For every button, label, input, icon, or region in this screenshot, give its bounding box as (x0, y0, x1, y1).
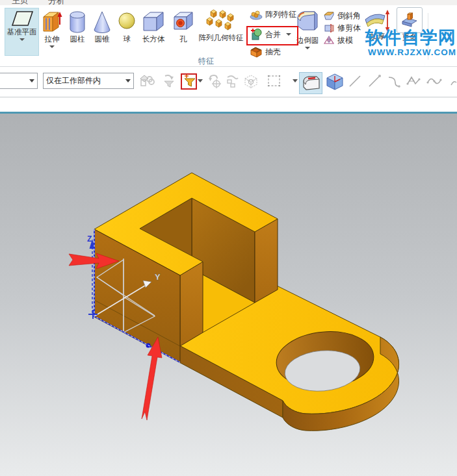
pattern-geometry-button[interactable]: 阵列几何特征 (195, 9, 247, 42)
csys-cube-icon[interactable] (243, 73, 259, 89)
selection-scope-dropdown[interactable]: 仅在工作部件内 (43, 73, 134, 89)
viewport-top-border (0, 112, 457, 114)
annotation-arrow-bottom-icon (142, 337, 162, 420)
ribbon-group-label: 特征 (177, 56, 235, 67)
snap-arc-icon[interactable] (386, 73, 402, 89)
more-button[interactable]: 更多 (395, 7, 424, 42)
solid-body-icon (300, 73, 322, 94)
pattern-geometry-icon (205, 9, 237, 34)
shell-button[interactable]: 抽壳 (250, 45, 281, 59)
z-axis-label: Z (87, 234, 92, 244)
pattern-geometry-label: 阵列几何特征 (199, 34, 244, 42)
type-filter-caret-icon (29, 79, 34, 82)
sphere-button[interactable]: 球 (116, 9, 137, 44)
open-box-icon[interactable] (325, 73, 345, 91)
block-button[interactable]: 长方体 (138, 9, 168, 44)
ribbon-bottom-border (0, 66, 457, 67)
y-axis-label: Y (155, 272, 161, 282)
selection-filter-caret-icon[interactable] (198, 79, 203, 82)
unite-highlight-box (246, 26, 298, 45)
selection-bar-border (0, 97, 457, 97)
ribbon-tab-strip: 主页 分析 (0, 0, 457, 5)
snap-spline-icon[interactable] (426, 73, 442, 89)
extrude-button[interactable]: 拉伸 (40, 9, 64, 48)
hole-button[interactable]: 孔 (170, 9, 196, 44)
left-wall-end-face[interactable] (180, 262, 203, 346)
thicken-button[interactable]: 加厚 (361, 9, 394, 41)
type-filter-dropdown[interactable] (0, 73, 38, 89)
selection-scope-value: 仅在工作部件内 (46, 75, 101, 86)
edge-blend-icon (295, 8, 320, 36)
solid-body-filter-button[interactable] (299, 72, 322, 94)
snap-chain-icon[interactable] (225, 73, 241, 89)
extrude-caret-icon[interactable] (49, 45, 55, 48)
datum-plane-caret-icon[interactable] (20, 38, 25, 41)
more-icon (401, 12, 418, 28)
edge-blend-caret-icon[interactable] (305, 47, 310, 49)
interpart-link-icon[interactable] (139, 73, 155, 89)
pattern-feature-button[interactable]: 阵列特征 (250, 7, 296, 21)
draft-icon (324, 35, 335, 45)
snap-endpoint-icon[interactable] (367, 73, 382, 89)
shell-icon (250, 46, 263, 58)
cylinder-icon (68, 9, 87, 35)
more-label: 更多 (402, 33, 417, 42)
draft-button[interactable]: 拔模 (324, 33, 353, 47)
undo-selection-icon[interactable] (207, 73, 222, 89)
thicken-label: 加厚 (371, 32, 385, 41)
selection-filter-highlight-box (181, 73, 197, 90)
rectangle-select-icon[interactable] (267, 73, 282, 89)
nx-application-window: 主页 分析 基准平面 拉伸 (0, 0, 457, 476)
sphere-icon (117, 9, 137, 35)
revert-filter-icon[interactable] (161, 73, 176, 89)
sphere-label: 球 (123, 35, 131, 44)
right-wall-end-face[interactable] (255, 219, 278, 303)
cone-button[interactable]: 圆锥 (90, 9, 114, 44)
pattern-feature-icon (250, 8, 263, 20)
selection-scope-caret-icon (125, 79, 131, 82)
model-canvas: Y Z X (0, 112, 457, 476)
shell-label: 抽壳 (265, 48, 281, 56)
chamfer-label: 倒斜角 (337, 12, 361, 20)
cylinder-label: 圆柱 (70, 35, 85, 44)
snap-polyline-icon[interactable] (406, 73, 421, 89)
block-label: 长方体 (142, 35, 165, 44)
cone-icon (92, 9, 112, 35)
trim-body-label: 修剪体 (337, 24, 361, 32)
thicken-icon (363, 9, 393, 32)
rectangle-select-caret-icon[interactable] (293, 79, 298, 82)
tab-analysis[interactable]: 分析 (48, 0, 65, 5)
ribbon-separator (428, 13, 428, 60)
datum-plane-label: 基准平面 (7, 28, 37, 36)
hole-icon (172, 9, 194, 35)
edge-blend-label: 边倒圆 (296, 36, 319, 45)
pattern-feature-label: 阵列特征 (265, 10, 296, 19)
hole-label: 孔 (179, 35, 187, 44)
graphics-viewport[interactable]: Y Z X (0, 112, 457, 476)
snap-line-icon[interactable] (347, 73, 363, 89)
cone-label: 圆锥 (95, 35, 110, 44)
trim-body-icon (324, 23, 335, 33)
cylinder-button[interactable]: 圆柱 (66, 9, 89, 44)
tab-home[interactable]: 主页 (12, 0, 29, 5)
datum-plane-icon (9, 8, 35, 28)
block-icon (141, 9, 166, 35)
extrude-label: 拉伸 (45, 35, 60, 44)
snap-partial-icon[interactable] (450, 73, 457, 89)
datum-plane-button[interactable]: 基准平面 (5, 8, 39, 56)
extrude-icon (42, 9, 62, 35)
draft-label: 拔模 (337, 36, 353, 45)
chamfer-icon (324, 11, 335, 21)
